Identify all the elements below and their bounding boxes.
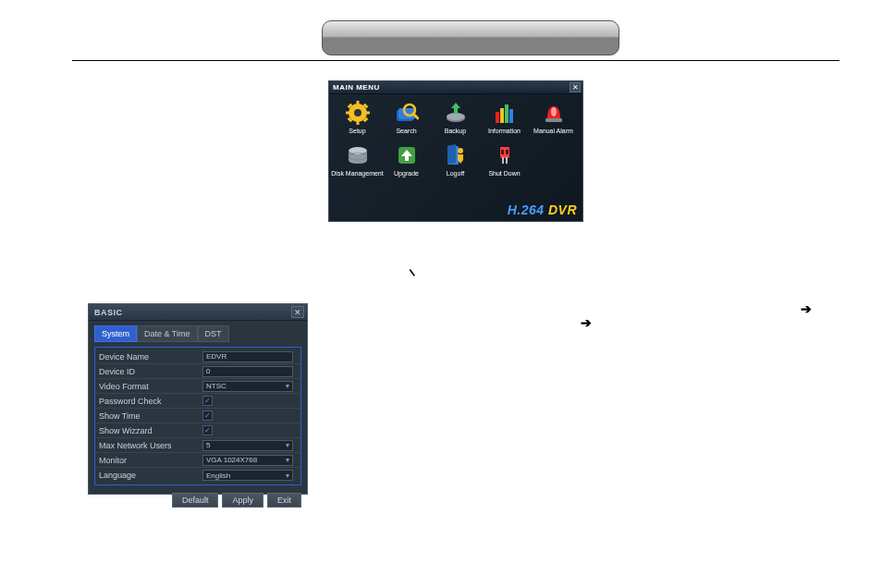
brand-prefix: H.264 xyxy=(508,202,548,217)
row-device-id: Device ID 0 xyxy=(95,364,300,379)
menu-item-information[interactable]: Information xyxy=(480,100,529,142)
row-show-time: Show Time ✓ xyxy=(95,409,300,423)
tab-dst[interactable]: DST xyxy=(198,325,229,342)
svg-rect-17 xyxy=(500,108,504,123)
menu-item-logoff[interactable]: Logoff xyxy=(431,142,480,185)
svg-point-22 xyxy=(349,147,367,154)
row-show-wizard: Show Wizzard ✓ xyxy=(95,423,300,438)
basic-titlebar: BASIC ✕ xyxy=(89,304,307,321)
label-device-id: Device ID xyxy=(99,367,202,376)
disk-icon xyxy=(345,142,371,168)
select-max-users[interactable]: 5 xyxy=(202,440,293,451)
menu-item-shutdown[interactable]: Shut Down xyxy=(480,142,529,185)
menu-item-label: Search xyxy=(396,128,416,134)
shutdown-icon xyxy=(492,142,518,168)
svg-rect-4 xyxy=(346,112,350,115)
svg-rect-19 xyxy=(509,109,513,123)
svg-point-20 xyxy=(551,107,557,116)
svg-point-1 xyxy=(354,109,361,116)
svg-rect-30 xyxy=(501,150,504,154)
menu-item-label: Logoff xyxy=(447,170,464,177)
row-video-format: Video Format NTSC xyxy=(95,379,300,394)
search-icon xyxy=(394,100,420,126)
label-monitor: Monitor xyxy=(99,456,202,465)
basic-body: Device Name EDVR Device ID 0 Video Forma… xyxy=(94,347,301,485)
checkbox-password-check[interactable]: ✓ xyxy=(202,396,213,406)
basic-settings-dialog: BASIC ✕ System Date & Time DST Device Na… xyxy=(88,303,308,495)
row-password-check: Password Check ✓ xyxy=(95,394,300,409)
basic-title: BASIC xyxy=(94,308,123,317)
select-monitor[interactable]: VGA 1024X768 xyxy=(202,455,293,466)
alarm-icon xyxy=(541,100,567,126)
menu-item-label: Setup xyxy=(349,128,365,134)
menu-item-label: Manual Alarm xyxy=(533,128,573,134)
svg-rect-18 xyxy=(505,104,508,123)
svg-rect-26 xyxy=(447,144,456,164)
svg-rect-28 xyxy=(502,157,504,164)
menu-item-setup[interactable]: Setup xyxy=(333,100,382,142)
label-video-format: Video Format xyxy=(99,382,202,391)
main-menu-window: MAIN MENU ✕ Setup Search Backup xyxy=(328,80,583,222)
row-device-name: Device Name EDVR xyxy=(95,349,300,364)
logoff-icon xyxy=(443,142,469,168)
arrow-icon: ➔ xyxy=(581,315,592,330)
menu-item-label: Backup xyxy=(445,128,466,134)
checkbox-show-wizard[interactable]: ✓ xyxy=(202,425,213,435)
svg-point-15 xyxy=(447,113,465,120)
tab-system[interactable]: System xyxy=(94,325,137,342)
info-icon xyxy=(492,100,518,126)
label-device-name: Device Name xyxy=(99,352,202,361)
menu-item-disk-management[interactable]: Disk Management xyxy=(333,142,382,185)
menu-item-label: Shut Down xyxy=(488,170,520,177)
main-menu-close-button[interactable]: ✕ xyxy=(570,82,581,92)
basic-close-button[interactable]: ✕ xyxy=(291,306,304,318)
select-value: English xyxy=(206,472,230,480)
brand-suffix: DVR xyxy=(548,202,577,217)
select-value: 5 xyxy=(206,441,210,449)
main-menu-title: MAIN MENU xyxy=(333,83,380,92)
svg-rect-29 xyxy=(506,157,508,164)
exit-button[interactable]: Exit xyxy=(267,493,301,508)
menu-item-search[interactable]: Search xyxy=(382,100,431,142)
basic-tabs: System Date & Time DST xyxy=(89,321,307,342)
input-device-id[interactable]: 0 xyxy=(202,366,293,377)
select-value: NTSC xyxy=(206,382,227,390)
select-value: VGA 1024X768 xyxy=(206,456,257,464)
select-video-format[interactable]: NTSC xyxy=(202,381,293,392)
backup-icon xyxy=(443,100,469,126)
row-max-users: Max Network Users 5 xyxy=(95,438,300,453)
label-password-check: Password Check xyxy=(99,397,202,406)
horizontal-rule xyxy=(72,60,839,61)
main-menu-titlebar: MAIN MENU ✕ xyxy=(329,81,582,94)
arrow-icon: ➔ xyxy=(801,301,812,316)
accent-mark: 丶 xyxy=(404,263,423,288)
svg-rect-2 xyxy=(356,101,359,105)
label-show-time: Show Time xyxy=(99,411,202,421)
brand-logo: H.264 DVR xyxy=(508,202,577,217)
label-show-wizard: Show Wizzard xyxy=(99,426,202,435)
top-banner-pill xyxy=(322,20,619,55)
default-button[interactable]: Default xyxy=(172,493,219,508)
input-device-name[interactable]: EDVR xyxy=(202,351,293,362)
upgrade-icon xyxy=(394,142,420,168)
menu-item-manual-alarm[interactable]: Manual Alarm xyxy=(529,100,578,142)
svg-rect-3 xyxy=(356,120,359,125)
basic-footer: Default Apply Exit xyxy=(89,490,307,511)
apply-button[interactable]: Apply xyxy=(222,493,263,508)
svg-rect-31 xyxy=(506,150,508,154)
label-max-users: Max Network Users xyxy=(99,441,202,450)
label-language: Language xyxy=(99,471,202,480)
menu-item-upgrade[interactable]: Upgrade xyxy=(382,142,431,185)
select-language[interactable]: English xyxy=(202,470,293,481)
svg-rect-16 xyxy=(496,112,499,123)
menu-item-label: Upgrade xyxy=(394,170,419,177)
menu-item-label: Information xyxy=(488,128,521,134)
checkbox-show-time[interactable]: ✓ xyxy=(202,410,213,421)
tab-date-time[interactable]: Date & Time xyxy=(137,325,198,342)
svg-rect-5 xyxy=(365,112,370,115)
row-language: Language English xyxy=(95,468,300,483)
menu-item-backup[interactable]: Backup xyxy=(431,100,480,142)
svg-point-27 xyxy=(458,148,463,153)
menu-item-label: Disk Management xyxy=(331,170,383,177)
gear-icon xyxy=(345,100,371,126)
